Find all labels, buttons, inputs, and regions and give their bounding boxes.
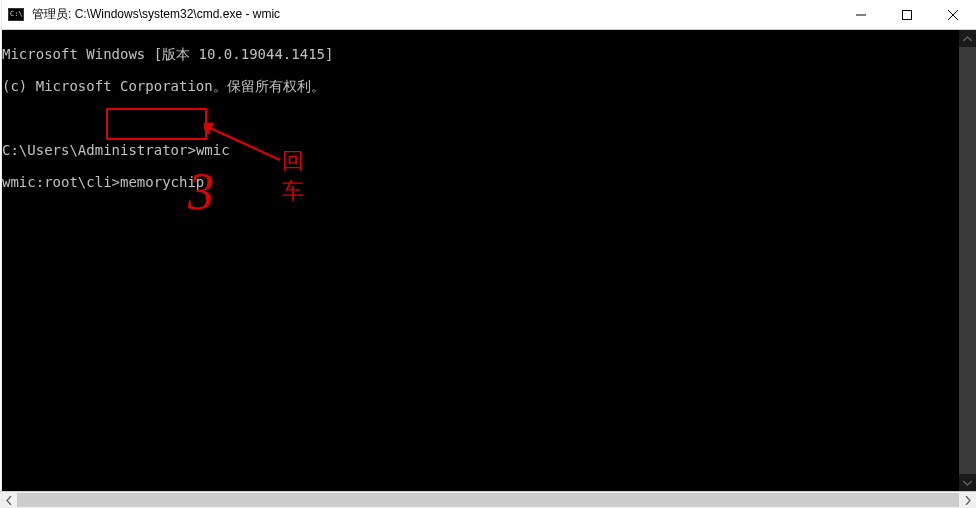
command-text: memorychip bbox=[120, 174, 204, 190]
prompt: wmic:root\cli> bbox=[2, 174, 120, 190]
chevron-right-icon bbox=[965, 496, 971, 505]
chevron-down-icon bbox=[963, 480, 972, 486]
chevron-left-icon bbox=[6, 496, 12, 505]
terminal-vertical-scrollbar[interactable] bbox=[959, 30, 976, 491]
close-button[interactable] bbox=[930, 0, 976, 29]
window-title: 管理员: C:\Windows\system32\cmd.exe - wmic bbox=[30, 6, 838, 23]
scroll-thumb[interactable] bbox=[959, 47, 976, 474]
terminal-line: Microsoft Windows [版本 10.0.19044.1415] bbox=[2, 46, 333, 62]
page-horizontal-scrollbar[interactable] bbox=[0, 491, 976, 508]
scroll-thumb[interactable] bbox=[17, 493, 959, 507]
scroll-left-button[interactable] bbox=[0, 492, 17, 508]
scroll-down-button[interactable] bbox=[959, 474, 976, 491]
scroll-right-button[interactable] bbox=[959, 492, 976, 508]
terminal-content[interactable]: Microsoft Windows [版本 10.0.19044.1415] (… bbox=[2, 30, 959, 491]
scroll-track[interactable] bbox=[17, 492, 959, 508]
prompt: C:\Users\Administrator> bbox=[2, 142, 196, 158]
scroll-up-button[interactable] bbox=[959, 30, 976, 47]
titlebar[interactable]: 管理员: C:\Windows\system32\cmd.exe - wmic bbox=[2, 0, 976, 30]
chevron-up-icon bbox=[963, 36, 972, 42]
cmd-icon bbox=[8, 8, 24, 21]
svg-rect-1 bbox=[903, 10, 912, 19]
cmd-window: 管理员: C:\Windows\system32\cmd.exe - wmic … bbox=[2, 0, 976, 491]
maximize-button[interactable] bbox=[884, 0, 930, 29]
window-controls bbox=[838, 0, 976, 29]
maximize-icon bbox=[902, 10, 912, 20]
terminal-area[interactable]: Microsoft Windows [版本 10.0.19044.1415] (… bbox=[2, 30, 976, 491]
app-icon bbox=[2, 0, 30, 30]
close-icon bbox=[948, 10, 958, 20]
minimize-icon bbox=[856, 10, 866, 20]
command-text: wmic bbox=[196, 142, 230, 158]
terminal-line: (c) Microsoft Corporation。保留所有权利。 bbox=[2, 78, 325, 94]
minimize-button[interactable] bbox=[838, 0, 884, 29]
